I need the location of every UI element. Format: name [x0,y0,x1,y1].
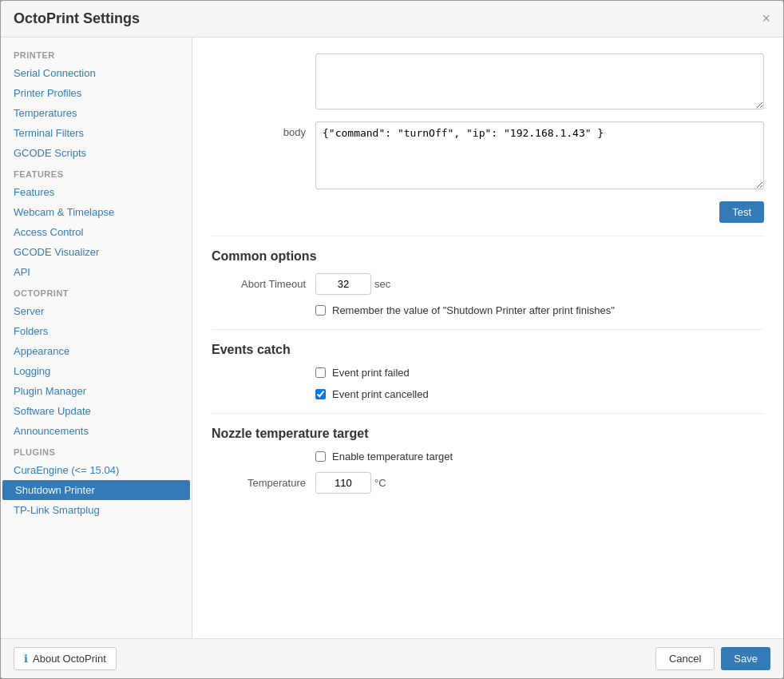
top-textarea-wrap [315,54,764,112]
enable-temp-row: Enable temperature target [315,451,764,463]
main-content: body {"command": "turnOff", "ip": "192.1… [192,38,783,638]
about-button[interactable]: ℹ About OctoPrint [14,647,117,670]
events-catch-section: Events catch Event print failed Event pr… [212,343,764,400]
sidebar-item-folders[interactable]: Folders [1,321,192,341]
sidebar-item-tp-link-smartplug[interactable]: TP-Link Smartplug [1,500,192,520]
body-textarea-wrap: {"command": "turnOff", "ip": "192.168.1.… [315,121,764,192]
dialog-header: OctoPrint Settings × [1,1,783,38]
nozzle-temp-title: Nozzle temperature target [212,427,764,441]
about-button-label: About OctoPrint [33,653,106,665]
event-print-cancelled-label: Event print cancelled [332,388,429,400]
divider-2 [212,329,764,330]
abort-timeout-label: Abort Timeout [212,273,315,290]
features-section-label: FEATURES [1,163,192,182]
temperature-row: Temperature 110 °C [212,472,764,494]
abort-timeout-wrap: 32 sec [315,273,764,295]
sidebar-item-serial-connection[interactable]: Serial Connection [1,63,192,83]
remember-checkbox[interactable] [315,305,326,316]
event-print-cancelled-checkbox[interactable] [315,389,326,399]
test-button[interactable]: Test [719,201,764,223]
body-row: body {"command": "turnOff", "ip": "192.1… [212,121,764,192]
nozzle-temp-section: Nozzle temperature target Enable tempera… [212,427,764,494]
enable-temp-checkbox[interactable] [315,451,326,462]
octoprint-section-label: OCTOPRINT [1,282,192,301]
top-textarea[interactable] [315,54,764,109]
event-print-failed-checkbox[interactable] [315,367,326,378]
body-textarea[interactable]: {"command": "turnOff", "ip": "192.168.1.… [315,121,764,189]
printer-section-label: PRINTER [1,44,192,63]
sidebar: PRINTER Serial Connection Printer Profil… [1,38,192,638]
sidebar-item-features[interactable]: Features [1,182,192,202]
top-textarea-label [212,54,315,58]
abort-timeout-unit: sec [374,278,390,290]
common-options-section: Common options Abort Timeout 32 sec Reme… [212,249,764,316]
dialog-body: PRINTER Serial Connection Printer Profil… [1,38,783,638]
abort-timeout-row: Abort Timeout 32 sec [212,273,764,295]
top-textarea-row [212,54,764,112]
sidebar-item-announcements[interactable]: Announcements [1,421,192,441]
footer-right-buttons: Cancel Save [655,647,770,670]
divider-3 [212,413,764,414]
sidebar-item-software-update[interactable]: Software Update [1,401,192,421]
common-options-title: Common options [212,249,764,264]
sidebar-item-access-control[interactable]: Access Control [1,222,192,242]
events-catch-title: Events catch [212,343,764,357]
remember-checkbox-row: Remember the value of "Shutdown Printer … [315,304,764,316]
close-button[interactable]: × [762,10,770,27]
temperature-unit: °C [374,477,386,489]
sidebar-item-gcode-scripts[interactable]: GCODE Scripts [1,143,192,163]
abort-timeout-inputs: 32 sec [315,273,764,295]
plugins-section-label: PLUGINS [1,441,192,460]
event-print-failed-label: Event print failed [332,367,410,379]
cancel-button[interactable]: Cancel [655,647,715,670]
sidebar-item-printer-profiles[interactable]: Printer Profiles [1,83,192,103]
remember-checkbox-label: Remember the value of "Shutdown Printer … [332,304,615,316]
temperature-inputs: 110 °C [315,472,764,494]
temperature-input[interactable]: 110 [315,472,371,494]
sidebar-item-terminal-filters[interactable]: Terminal Filters [1,123,192,143]
temperature-wrap: 110 °C [315,472,764,494]
event-print-cancelled-row: Event print cancelled [315,388,764,400]
enable-temp-label: Enable temperature target [332,451,453,463]
sidebar-item-server[interactable]: Server [1,301,192,321]
save-button[interactable]: Save [721,647,770,670]
body-label: body [212,121,315,138]
sidebar-item-logging[interactable]: Logging [1,361,192,381]
sidebar-item-webcam-timelapse[interactable]: Webcam & Timelapse [1,202,192,222]
event-print-failed-row: Event print failed [315,367,764,379]
sidebar-item-gcode-visualizer[interactable]: GCODE Visualizer [1,242,192,262]
dialog-footer: ℹ About OctoPrint Cancel Save [1,638,783,678]
divider-1 [212,236,764,236]
settings-dialog: OctoPrint Settings × PRINTER Serial Conn… [0,0,784,679]
sidebar-item-shutdown-printer[interactable]: Shutdown Printer [2,480,190,500]
info-icon: ℹ [24,653,28,665]
sidebar-item-api[interactable]: API [1,262,192,282]
dialog-title: OctoPrint Settings [14,10,140,27]
sidebar-item-appearance[interactable]: Appearance [1,341,192,361]
sidebar-item-plugin-manager[interactable]: Plugin Manager [1,381,192,401]
sidebar-item-cura-engine[interactable]: CuraEngine (<= 15.04) [1,460,192,480]
abort-timeout-input[interactable]: 32 [315,273,371,295]
sidebar-item-temperatures[interactable]: Temperatures [1,103,192,123]
temperature-label: Temperature [212,472,315,489]
